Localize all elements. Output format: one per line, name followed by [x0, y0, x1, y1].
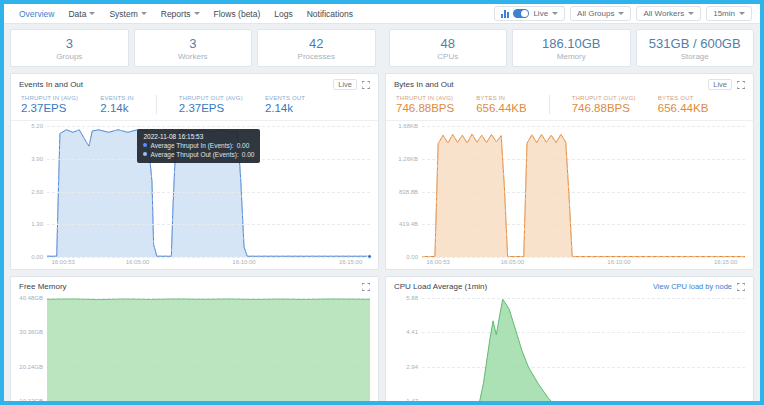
live-toggle[interactable]: [513, 9, 529, 18]
cpu-load-chart: 5.884.412.941.470.00: [386, 293, 753, 405]
panel-header: Free Memory: [11, 277, 378, 293]
stat-card-cpus[interactable]: 48 CPUs: [389, 29, 508, 67]
stat-card-memory[interactable]: 186.10GB Memory: [512, 29, 631, 67]
nav-item-overview[interactable]: Overview: [12, 9, 61, 19]
metric-value: 2.14k: [100, 102, 133, 114]
y-tick-label: 419.4B: [399, 221, 418, 227]
bar-chart-icon: [501, 10, 509, 18]
metric-thruput-out: THRUPUT OUT (AVG) 2.37EPS: [156, 95, 243, 114]
stat-value: 186.10GB: [542, 36, 601, 51]
nav-controls: Live All Groups All Workers 15min: [494, 6, 752, 21]
stat-value: 48: [441, 36, 455, 51]
y-tick-label: 20.24GB: [19, 364, 43, 370]
x-tick-label: 16:05:00: [126, 259, 149, 265]
expand-icon[interactable]: [737, 283, 745, 291]
workers-filter-select[interactable]: All Workers: [636, 6, 701, 21]
stat-label: Storage: [681, 52, 709, 61]
nav-item-system[interactable]: System: [102, 9, 153, 19]
expand-icon[interactable]: [362, 81, 370, 89]
y-tick-label: 5.88: [406, 295, 418, 301]
gridline: [47, 257, 370, 258]
stat-value: 42: [309, 36, 323, 51]
stat-label: Workers: [178, 52, 208, 61]
chevron-down-icon: [618, 12, 624, 15]
stat-label: Processes: [298, 52, 335, 61]
metric-thruput-in: THRUPUT IN (AVG) 2.37EPS: [21, 95, 78, 114]
expand-icon[interactable]: [362, 283, 370, 291]
y-tick-label: 1.30: [31, 221, 43, 227]
tooltip-label: Average Thruput In (Events):: [150, 142, 233, 149]
groups-filter-select[interactable]: All Groups: [570, 6, 631, 21]
metric-label: THRUPUT OUT (AVG): [572, 95, 636, 101]
events-chart: 5.203.902.601.300.00 2022-11-08 16:15:53…: [11, 121, 378, 269]
stat-label: CPUs: [437, 52, 458, 61]
x-tick-label: 16:00:53: [51, 259, 74, 265]
y-tick-label: 5.20: [31, 123, 43, 129]
nav-item-logs[interactable]: Logs: [267, 9, 299, 19]
stat-value: 3: [189, 36, 196, 51]
metric-label: EVENTS IN: [100, 95, 133, 101]
events-metrics-row: THRUPUT IN (AVG) 2.37EPS EVENTS IN 2.14k…: [11, 92, 378, 121]
y-tick-label: 4.41: [406, 329, 418, 335]
y-axis: 5.203.902.601.300.00: [11, 126, 47, 257]
y-axis: 40.48GB30.36GB20.24GB10.12GB0.00: [11, 298, 47, 405]
stat-label: Memory: [557, 52, 586, 61]
x-tick-label: 16:15:00: [339, 259, 362, 265]
metric-bytes-in: BYTES IN 656.44KB: [476, 95, 527, 114]
chart-plot[interactable]: 2022-11-08 16:15:53 Average Thruput In (…: [47, 126, 370, 257]
view-cpu-load-by-node-link[interactable]: View CPU load by node: [653, 282, 732, 291]
events-in-out-panel: Events In and Out Live THRUPUT IN (AVG) …: [10, 73, 379, 270]
top-nav: Overview Data System Reports Flows (beta…: [4, 4, 760, 24]
bottom-charts-row: Free Memory 40.48GB30.36GB20.24GB10.12GB…: [10, 276, 754, 405]
chart-tooltip: 2022-11-08 16:15:53 Average Thruput In (…: [137, 129, 260, 163]
bytes-chart: 1.68KB1.26KB838.8B419.4B0.00 16:00:5316:…: [386, 121, 753, 269]
x-tick-label: 16:05:00: [501, 259, 524, 265]
y-tick-label: 1.47: [406, 398, 418, 404]
monitoring-dashboard: { "nav": { "items": [ { "label": "Overvi…: [0, 0, 764, 405]
chevron-down-icon: [194, 12, 200, 15]
chart-plot[interactable]: [422, 298, 745, 405]
metric-events-out: EVENTS OUT 2.14k: [265, 95, 305, 114]
y-tick-label: 2.60: [31, 189, 43, 195]
metric-label: THRUPUT IN (AVG): [21, 95, 78, 101]
expand-icon[interactable]: [737, 81, 745, 89]
area-chart-svg: [422, 126, 745, 257]
nav-item-reports[interactable]: Reports: [154, 9, 207, 19]
area-chart-svg: [422, 298, 745, 405]
nav-item-flows[interactable]: Flows (beta): [207, 9, 268, 19]
live-badge[interactable]: Live: [333, 79, 357, 90]
chart-plot[interactable]: [47, 298, 370, 405]
nav-item-data[interactable]: Data: [61, 9, 102, 19]
live-toggle-group[interactable]: Live: [494, 6, 565, 21]
workers-filter-value: All Workers: [643, 9, 684, 18]
stat-card-storage[interactable]: 531GB / 600GB Storage: [636, 29, 755, 67]
nav-item-label: Overview: [19, 9, 54, 19]
stat-card-processes[interactable]: 42 Processes: [257, 29, 376, 67]
hover-marker-dot: [367, 254, 372, 259]
x-axis: 16:00:5316:05:0016:10:0016:15:00: [422, 259, 745, 267]
stat-card-groups[interactable]: 3 Groups: [10, 29, 129, 67]
chevron-down-icon: [739, 12, 745, 15]
cpu-load-panel: CPU Load Average (1min) View CPU load by…: [385, 276, 754, 405]
series-out-dot-icon: [143, 152, 147, 156]
chart-plot[interactable]: [422, 126, 745, 257]
panel-header: CPU Load Average (1min) View CPU load by…: [386, 277, 753, 293]
y-tick-label: 838.8B: [399, 189, 418, 195]
x-tick-label: 16:00:53: [426, 259, 449, 265]
gridline: [47, 126, 370, 127]
y-tick-label: 1.68KB: [398, 123, 418, 129]
live-badge[interactable]: Live: [708, 79, 732, 90]
metric-value: 746.88BPS: [396, 102, 454, 114]
stat-label: Groups: [56, 52, 82, 61]
metric-value: 656.44KB: [476, 102, 527, 114]
time-range-select[interactable]: 15min: [706, 6, 752, 21]
chevron-down-icon: [688, 12, 694, 15]
nav-item-label: Flows (beta): [214, 9, 261, 19]
x-axis: 16:00:5316:05:0016:10:0016:15:00: [47, 259, 370, 267]
panel-header: Events In and Out Live: [11, 74, 378, 92]
stat-card-workers[interactable]: 3 Workers: [134, 29, 253, 67]
nav-item-label: System: [109, 9, 137, 19]
metric-value: 2.14k: [265, 102, 305, 114]
nav-item-notifications[interactable]: Notifications: [300, 9, 360, 19]
dashboard-content: 3 Groups 3 Workers 42 Processes 48 CPUs …: [4, 24, 760, 405]
